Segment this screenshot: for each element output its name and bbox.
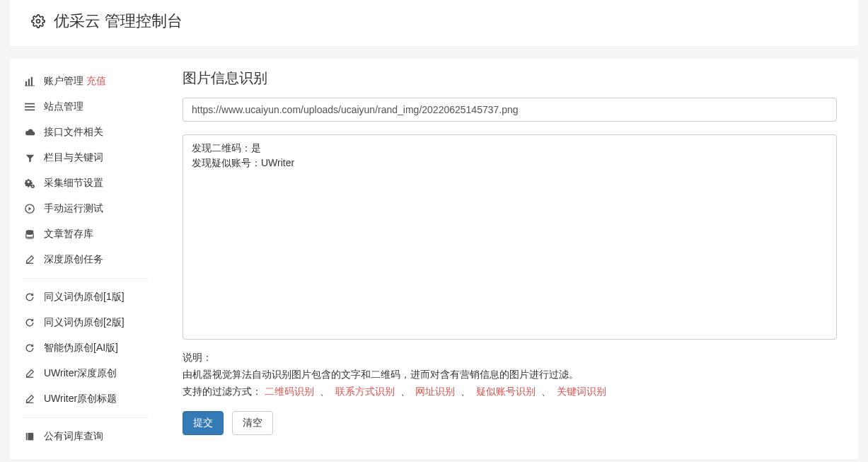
sidebar-item[interactable]: 文章暂存库 (10, 221, 161, 247)
image-url-input[interactable] (183, 98, 837, 122)
edit-icon (24, 254, 35, 265)
bar-chart-icon (24, 76, 35, 87)
sidebar-item[interactable]: 智能伪原创[AI版] (10, 335, 161, 361)
page-title: 图片信息识别 (183, 69, 837, 88)
database-icon (24, 229, 35, 240)
sidebar: 账户管理充值站点管理接口文件相关栏目与关键词采集细节设置手动运行测试文章暂存库深… (10, 59, 161, 459)
filter-sep: 、 (317, 386, 332, 397)
filter-tag: 网址识别 (415, 386, 455, 397)
svg-rect-1 (25, 81, 27, 86)
filter-sep: 、 (398, 386, 413, 397)
gears-icon (24, 178, 35, 189)
sidebar-item[interactable]: 采集细节设置 (10, 171, 161, 196)
sidebar-item[interactable]: UWriter原创标题 (10, 386, 161, 412)
sidebar-item-label: 同义词伪原创[1版] (44, 291, 125, 304)
sidebar-item-label: 手动运行测试 (44, 202, 103, 215)
sidebar-item[interactable]: 手动运行测试 (10, 196, 161, 221)
main-panel: 图片信息识别 发现二维码：是 发现疑似账号：UWriter 说明： 由机器视觉算… (161, 59, 858, 459)
filter-sep: 、 (458, 386, 473, 397)
filter-tag: 关键词识别 (557, 386, 606, 397)
svg-rect-4 (25, 86, 35, 86)
description: 说明： 由机器视觉算法自动识别图片包含的文字和二维码，进而对含有营销信息的图片进… (183, 350, 837, 400)
gear-icon (31, 14, 45, 28)
edit-icon (24, 393, 35, 405)
clear-button[interactable]: 清空 (232, 411, 273, 435)
sidebar-item[interactable]: UWriter深度原创 (10, 361, 161, 386)
sidebar-item-label: 同义词伪原创[2版] (44, 316, 125, 329)
refresh-icon (24, 317, 35, 328)
sidebar-item-label: UWriter深度原创 (44, 367, 117, 380)
sidebar-item[interactable]: 接口文件相关 (10, 120, 161, 145)
sidebar-item-label: 公有词库查询 (44, 430, 103, 443)
result-textarea[interactable]: 发现二维码：是 发现疑似账号：UWriter (183, 134, 837, 340)
sidebar-item[interactable]: 公有词库查询 (10, 424, 161, 449)
submit-button[interactable]: 提交 (183, 411, 224, 435)
book-icon (24, 431, 35, 442)
svg-point-0 (37, 20, 40, 23)
filter-sep: 、 (538, 386, 554, 397)
header: 优采云 管理控制台 (10, 0, 858, 46)
refresh-icon (24, 291, 35, 303)
svg-rect-2 (28, 79, 30, 86)
sidebar-item-label: 采集细节设置 (44, 177, 103, 190)
sidebar-item-label: 深度原创任务 (44, 253, 103, 266)
sidebar-item-label: 账户管理 (44, 75, 83, 88)
sidebar-item-label: 栏目与关键词 (44, 151, 103, 164)
sidebar-item[interactable]: 站点管理 (10, 94, 161, 120)
sidebar-item[interactable]: 栏目与关键词 (10, 145, 161, 171)
sidebar-item[interactable]: 账户管理充值 (10, 69, 161, 94)
cloud-icon (24, 127, 35, 138)
sidebar-item-label: 站点管理 (44, 100, 83, 113)
filter-tag: 二维码识别 (265, 386, 314, 397)
desc-line1: 由机器视觉算法自动识别图片包含的文字和二维码，进而对含有营销信息的图片进行过滤。 (183, 369, 579, 380)
svg-point-8 (27, 180, 29, 183)
sidebar-separator (23, 278, 149, 279)
app-title: 优采云 管理控制台 (54, 11, 183, 32)
list-icon (24, 101, 35, 112)
filter-icon (24, 152, 35, 163)
filter-tag: 联系方式识别 (335, 386, 395, 397)
sidebar-item-label: UWriter原创标题 (44, 393, 117, 405)
edit-icon (24, 368, 35, 379)
sidebar-separator (23, 417, 149, 418)
sidebar-item-label: 文章暂存库 (44, 228, 93, 241)
svg-point-10 (32, 185, 33, 187)
play-icon (24, 203, 35, 214)
sidebar-item-label: 接口文件相关 (44, 126, 103, 139)
svg-rect-6 (25, 106, 35, 108)
sidebar-item[interactable]: 同义词伪原创[1版] (10, 284, 161, 310)
svg-rect-3 (31, 77, 33, 86)
sidebar-item-label: 智能伪原创[AI版] (44, 342, 118, 354)
sidebar-item-tag: 充值 (86, 75, 106, 88)
sidebar-item[interactable]: 同义词伪原创[2版] (10, 310, 161, 335)
sidebar-item[interactable]: 深度原创任务 (10, 247, 161, 272)
svg-rect-7 (25, 110, 35, 111)
desc-prefix: 支持的过滤方式： (183, 386, 262, 397)
refresh-icon (24, 342, 35, 354)
filter-tag: 疑似账号识别 (476, 386, 536, 397)
svg-rect-5 (25, 103, 35, 105)
desc-label: 说明： (183, 352, 212, 363)
